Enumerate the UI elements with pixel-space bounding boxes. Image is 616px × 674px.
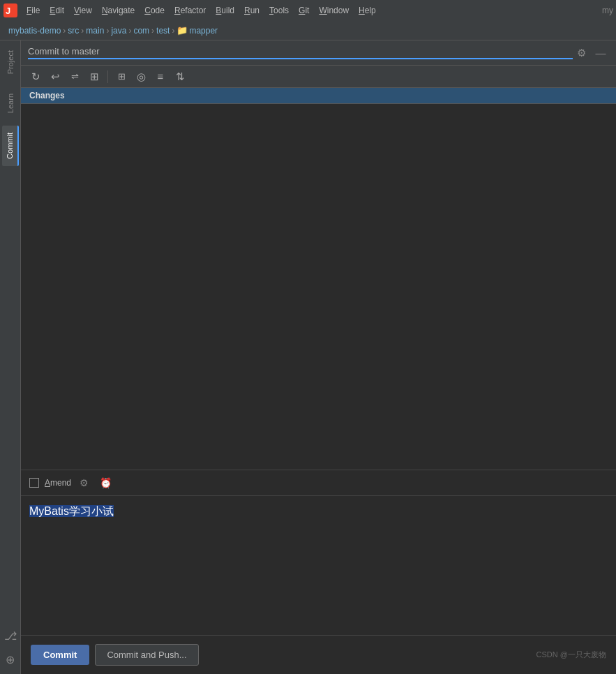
- breadcrumb-com[interactable]: com: [133, 26, 149, 36]
- sidebar-icon-branch[interactable]: ⎇: [1, 627, 20, 645]
- sidebar-icon-plus[interactable]: ⊕: [1, 650, 20, 668]
- settings-button[interactable]: ⚙: [573, 45, 589, 61]
- lines-button[interactable]: ≡: [151, 68, 170, 86]
- commit-push-label: Commit and Push...: [107, 650, 186, 660]
- bottom-area: Amend ⚙ ⏰ MyBatis学习小试 Commit Commit and …: [21, 470, 616, 674]
- menu-view[interactable]: View: [70, 4, 96, 17]
- commit-message-highlighted: MyBatis学习小试: [29, 505, 114, 517]
- amend-label: Amend: [45, 478, 71, 488]
- menu-tools[interactable]: Tools: [265, 4, 293, 17]
- breadcrumb-java[interactable]: java: [111, 26, 126, 36]
- menu-navigate[interactable]: Navigate: [98, 4, 139, 17]
- amend-clock-icon[interactable]: ⏰: [97, 476, 114, 490]
- left-sidebar: Project Learn Commit ⎇ ⊕: [0, 40, 21, 674]
- menu-edit[interactable]: Edit: [45, 4, 68, 17]
- buttons-row: Commit Commit and Push... CSDN @一只大废物: [21, 635, 616, 674]
- panel-actions: ⚙ —: [573, 45, 609, 61]
- menu-help[interactable]: Help: [354, 4, 380, 17]
- arrow-button[interactable]: ⇌: [66, 68, 84, 86]
- main-layout: Project Learn Commit ⎇ ⊕ Commit to maste…: [0, 40, 616, 674]
- breadcrumb-src[interactable]: src: [68, 26, 79, 36]
- menu-git[interactable]: Git: [294, 4, 313, 17]
- menu-code[interactable]: Code: [140, 4, 169, 17]
- amend-row: Amend ⚙ ⏰: [21, 470, 616, 495]
- sidebar-section: Project Learn Commit ⎇ ⊕: [0, 43, 20, 674]
- breadcrumb-main[interactable]: main: [86, 26, 104, 36]
- panel-header: Commit to master ⚙ —: [21, 40, 616, 66]
- svg-text:J: J: [6, 6, 10, 16]
- group-button[interactable]: ⊞: [112, 68, 130, 86]
- menu-window[interactable]: Window: [315, 4, 353, 17]
- diff-view-button[interactable]: ⊞: [85, 68, 103, 86]
- menu-refactor[interactable]: Refactor: [170, 4, 210, 17]
- menu-file[interactable]: File: [22, 4, 44, 17]
- changes-header: Changes: [21, 88, 616, 104]
- changes-list: [21, 104, 616, 470]
- breadcrumb-mapper[interactable]: mapper: [189, 26, 218, 36]
- watermark: CSDN @一只大废物: [536, 650, 606, 660]
- toolbar: ↻ ↩ ⇌ ⊞ ⊞ ◎ ≡ ⇅: [21, 66, 616, 88]
- menu-bar-right: my: [602, 6, 613, 15]
- filter-button[interactable]: ⇅: [171, 68, 189, 86]
- undo-button[interactable]: ↩: [46, 68, 64, 86]
- sidebar-tab-commit[interactable]: Commit: [2, 126, 19, 166]
- folder-icon: 📁: [176, 25, 188, 36]
- menu-build[interactable]: Build: [211, 4, 239, 17]
- app-icon: J: [3, 3, 18, 18]
- breadcrumb-project[interactable]: mybatis-demo: [8, 26, 61, 36]
- amend-settings-icon[interactable]: ⚙: [77, 476, 91, 490]
- content-area: Commit to master ⚙ — ↻ ↩ ⇌ ⊞ ⊞ ◎ ≡ ⇅ Cha…: [21, 40, 616, 674]
- commit-push-button[interactable]: Commit and Push...: [95, 644, 198, 666]
- commit-message-area[interactable]: MyBatis学习小试: [21, 495, 616, 635]
- sidebar-bottom: ⎇ ⊕: [1, 627, 20, 674]
- refresh-button[interactable]: ↻: [27, 68, 45, 86]
- sidebar-tab-learn[interactable]: Learn: [3, 87, 18, 120]
- menu-run[interactable]: Run: [240, 4, 264, 17]
- sidebar-tab-project[interactable]: Project: [3, 43, 18, 81]
- amend-checkbox[interactable]: [29, 478, 39, 488]
- panel-title: Commit to master: [28, 46, 573, 59]
- breadcrumb-test[interactable]: test: [156, 26, 170, 36]
- menu-bar: J File Edit View Navigate Code Refactor …: [0, 0, 616, 21]
- eye-button[interactable]: ◎: [132, 68, 150, 86]
- commit-button[interactable]: Commit: [31, 645, 89, 665]
- minimize-button[interactable]: —: [592, 45, 609, 61]
- breadcrumb: mybatis-demo › src › main › java › com ›…: [0, 21, 616, 40]
- toolbar-sep-1: [107, 70, 108, 83]
